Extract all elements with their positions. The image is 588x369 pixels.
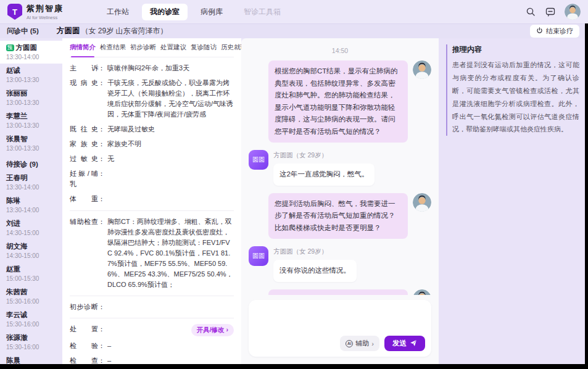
field-value: 无 <box>107 154 234 164</box>
record-field: 家族史：家族史不明 <box>70 139 234 149</box>
record-tabs: 病情简介检查结果初步诊断处置建议复诊随访历史就诊 <box>70 43 234 57</box>
reasoning-block: 推理内容 患者提到没有运动后加重的情况，这可能与病变的分布或程度有关。为了确认诊… <box>446 44 579 136</box>
record-field: 初步诊断： <box>70 302 234 312</box>
patient-avatar: 圆圆 <box>249 246 268 266</box>
patient-name-text: 朱茜茜 <box>6 288 28 297</box>
chat-input[interactable] <box>255 305 426 334</box>
patient-name-text: 陈晨 <box>6 356 20 364</box>
doctor-avatar <box>413 289 431 295</box>
message-icon[interactable] <box>545 6 556 17</box>
patient-time: 15:30-16:00 <box>6 298 57 305</box>
top-navbar: T 紫荆智康 AI for Wellness 工作站我的诊室病例库智诊工具箱 <box>0 0 588 23</box>
send-plane-icon <box>410 339 417 348</box>
field-colon: ： <box>98 341 105 351</box>
patient-list-item[interactable]: 赵重15:00-15:30 <box>0 262 62 285</box>
field-value: – <box>107 341 234 351</box>
prescribe-button[interactable]: 开具/修改 › <box>191 324 234 336</box>
field-label: 体重 <box>70 194 98 204</box>
record-tab[interactable]: 初步诊断 <box>130 43 156 53</box>
patient-name: 李慧兰 <box>6 112 57 121</box>
composer-actions: Ai 辅助 › 发送 <box>340 336 425 351</box>
patient-time: 13:00-13:30 <box>6 122 57 129</box>
patient-name: 胡文海 <box>6 242 57 251</box>
patient-list-item[interactable]: 张晨智13:00-13:30 <box>0 132 62 155</box>
patient-list-item[interactable]: 李云诚15:30-16:00 <box>0 308 62 331</box>
patient-name-text: 胡文海 <box>6 242 28 251</box>
consult-header: 问诊中 (5) 方圆圆（女 29岁 山东省菏泽市） 结束诊疗 <box>0 23 588 38</box>
record-field: 辅助检查：胸部CT：两肺纹理增多、增粗、紊乱，双肺弥漫性多发高密度灶及囊状低密度… <box>70 217 234 290</box>
field-label: 主诉 <box>70 63 98 73</box>
patient-name-text: 方圆圆 <box>16 43 38 52</box>
patient-name: 陈晨 <box>6 356 57 364</box>
assist-button[interactable]: Ai 辅助 › <box>340 336 379 351</box>
patient-list-item[interactable]: 朱茜茜15:30-16:00 <box>0 285 62 308</box>
reasoning-title: 推理内容 <box>452 44 579 55</box>
user-avatar[interactable] <box>565 4 581 20</box>
patient-list-item[interactable]: 胡文海14:30-15:00 <box>0 239 62 262</box>
end-consult-button[interactable]: 结束诊疗 <box>530 25 579 38</box>
patient-time: 14:30-15:00 <box>6 252 57 259</box>
patient-list-item[interactable]: 陈晨16:00-16:30 <box>0 354 62 364</box>
message-bubble: 没有你说的这些情况。 <box>273 260 357 282</box>
record-tab[interactable]: 检查结果 <box>100 43 126 53</box>
record-field: 妊娠/哺乳： <box>70 168 234 189</box>
field-colon: ： <box>98 168 105 179</box>
record-tab[interactable]: 病情简介 <box>70 43 96 53</box>
patient-list-item[interactable]: 陈琳13:30-14:00 <box>0 194 62 217</box>
patient-list: 预方圆圆13:30-14:00赵诚13:00-13:30张丽丽13:00-13:… <box>0 38 62 364</box>
patient-time: 15:30-16:00 <box>6 321 57 328</box>
doctor-message: 您提到活动后胸闷、憋气，我需要进一步了解是否有活动后气短加重的情况？比如爬楼梯或… <box>249 193 431 239</box>
patient-name: 张源澈 <box>6 333 57 342</box>
patient-name: 张晨智 <box>6 135 57 144</box>
patient-list-item[interactable]: 王春明13:30-14:00 <box>0 171 62 194</box>
nav-item[interactable]: 病例库 <box>193 4 231 20</box>
patient-name-text: 王春明 <box>6 173 28 183</box>
patient-list-item[interactable]: 李慧兰13:00-13:30 <box>0 109 62 132</box>
field-colon: ： <box>98 217 105 227</box>
field-value: 胸部CT：两肺纹理增多、增粗、紊乱，双肺弥漫性多发高密度灶及囊状低密度灶，纵隔淋… <box>107 217 234 290</box>
patient-list-item[interactable]: 刘进14:30-15:00 <box>0 217 62 239</box>
patient-list-item[interactable]: 赵诚13:00-13:30 <box>0 64 62 86</box>
nav-item[interactable]: 工作站 <box>99 4 137 20</box>
power-icon <box>536 27 543 35</box>
field-label: 家族史 <box>70 139 98 149</box>
record-tab[interactable]: 历史就诊 <box>221 43 241 53</box>
record-field: 现病史：干咳无痰，无反酸或烧心，职业暴露为烤瓷牙工人（长期接触粉尘），脱离工作环… <box>70 78 234 120</box>
patient-list-item[interactable]: 张丽丽13:00-13:30 <box>0 86 62 109</box>
message-bubble: 根据您的胸部CT结果，显示有尘肺病的典型表现，包括肺纹理异常、多发高密度灶和肺气… <box>268 60 408 143</box>
patient-meta: （女 29岁 山东省菏泽市） <box>81 27 168 35</box>
patient-name: 方圆圆 <box>57 27 80 35</box>
nav-item[interactable]: 我的诊室 <box>142 4 188 20</box>
patient-name-label: 方圆圆（女 29岁） <box>273 247 357 256</box>
patient-list-item[interactable]: 预方圆圆13:30-14:00 <box>0 41 62 64</box>
field-colon: ： <box>98 194 105 204</box>
patient-list-item[interactable]: 张源澈15:30-16:00 <box>0 331 62 354</box>
doctor-avatar <box>413 193 431 212</box>
message-bubble: 您提到活动后胸闷、憋气，我需要进一步了解是否有活动后气短加重的情况？比如爬楼梯或… <box>268 193 408 239</box>
send-button[interactable]: 发送 <box>384 336 425 351</box>
patient-name: 朱茜茜 <box>6 288 57 297</box>
field-value: 咳嗽伴胸闷2年余，加重3天 <box>107 63 234 73</box>
patient-name-text: 李云诚 <box>6 310 28 320</box>
field-label: 检验 <box>70 341 98 351</box>
patient-name: 陈琳 <box>6 196 57 205</box>
record-field: 检查：– <box>70 355 234 364</box>
search-icon[interactable] <box>525 6 536 17</box>
patient-time: 13:00-13:30 <box>6 145 57 152</box>
queue-status: 问诊中 (5) <box>0 27 57 36</box>
patient-time: 13:00-13:30 <box>6 77 57 83</box>
patient-message: 圆圆方圆圆（女 29岁）没有你说的这些情况。 <box>249 246 431 282</box>
field-divider <box>70 318 234 318</box>
field-colon: ： <box>98 154 105 164</box>
patient-name-text: 张丽丽 <box>6 89 28 98</box>
record-tab[interactable]: 处置建议 <box>160 43 186 53</box>
field-label: 处置 <box>70 324 98 334</box>
record-tab[interactable]: 复诊随访 <box>191 43 217 53</box>
record-fields: 主诉：咳嗽伴胸闷2年余，加重3天现病史：干咳无痰，无反酸或烧心，职业暴露为烤瓷牙… <box>70 57 234 364</box>
patient-time: 13:00-13:30 <box>6 99 57 106</box>
patient-name-text: 刘进 <box>6 219 20 228</box>
reasoning-text: 患者提到没有运动后加重的情况，这可能与病变的分布或程度有关。为了确认诊断，可能需… <box>452 59 579 136</box>
nav-item[interactable]: 智诊工具箱 <box>236 4 289 20</box>
brand-name: 紫荆智康 <box>27 3 64 14</box>
field-value: 家族史不明 <box>107 139 234 149</box>
